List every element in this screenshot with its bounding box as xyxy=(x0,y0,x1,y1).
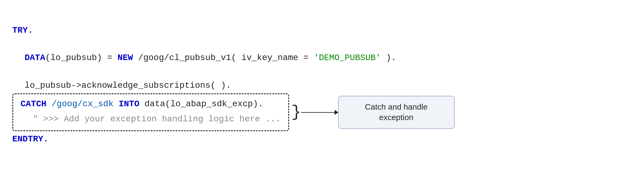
annotation-box: Catch and handle exception xyxy=(338,96,455,129)
code-line-blank1 xyxy=(12,38,632,51)
comment-text: " >>> Add your exception handling logic … xyxy=(33,112,281,126)
bracket-char: } xyxy=(292,106,301,119)
method-call: lo_pubsub->acknowledge_subscriptions( ). xyxy=(25,79,231,93)
data-parens: (lo_pubsub) = xyxy=(45,51,117,65)
arrow-container xyxy=(301,112,338,113)
arrow-line xyxy=(301,112,338,113)
catch-class: /goog/cx_sdk xyxy=(46,97,119,111)
catch-var: (lo_abap_sdk_excp). xyxy=(165,97,263,111)
bracket-right: } xyxy=(292,106,301,119)
into-keyword: INTO xyxy=(119,97,139,111)
param-value: 'DEMO_PUBSUB' xyxy=(314,51,381,65)
try-keyword: TRY. xyxy=(12,24,33,38)
class-name: /goog/cl_pubsub_v1( xyxy=(133,51,236,65)
catch-data: data xyxy=(139,97,165,111)
dashed-box: CATCH /goog/cx_sdk INTO data(lo_abap_sdk… xyxy=(12,93,289,132)
code-line-endtry: ENDTRY. xyxy=(12,132,632,146)
new-keyword: NEW xyxy=(117,51,133,65)
endtry-keyword: ENDTRY. xyxy=(12,132,49,146)
code-section: TRY. DATA(lo_pubsub) = NEW /goog/cl_pubs… xyxy=(12,24,632,146)
data-keyword: DATA xyxy=(25,51,45,65)
code-line-try: TRY. xyxy=(12,24,632,38)
close-paren: ). xyxy=(381,51,396,65)
catch-block-wrapper: CATCH /goog/cx_sdk INTO data(lo_abap_sdk… xyxy=(12,93,632,132)
catch-keyword: CATCH xyxy=(21,97,46,111)
code-line-method: lo_pubsub->acknowledge_subscriptions( ). xyxy=(25,79,632,93)
param-name: iv_key_name = xyxy=(236,51,314,65)
code-line-comment: " >>> Add your exception handling logic … xyxy=(33,112,281,126)
code-line-catch: CATCH /goog/cx_sdk INTO data(lo_abap_sdk… xyxy=(21,97,281,111)
main-container: TRY. DATA(lo_pubsub) = NEW /goog/cl_pubs… xyxy=(0,0,644,170)
code-line-data: DATA(lo_pubsub) = NEW /goog/cl_pubsub_v1… xyxy=(25,51,632,65)
code-line-blank2 xyxy=(12,65,632,79)
annotation-text: Catch and handle exception xyxy=(347,102,446,123)
